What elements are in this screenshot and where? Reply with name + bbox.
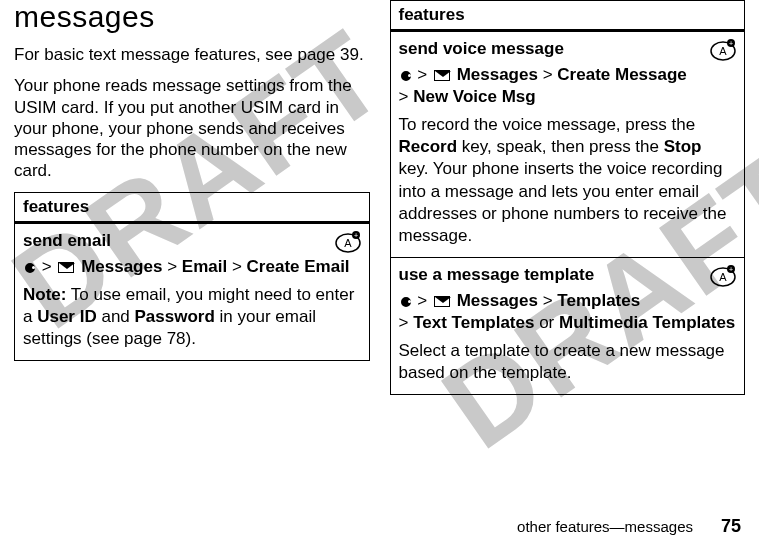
nav-item: Messages: [457, 65, 538, 84]
nav-sep: >: [543, 291, 553, 310]
feature-send-email: A+ send email > Messages > Email > Creat…: [15, 224, 369, 360]
nav-sep: >: [399, 87, 409, 106]
feature-send-voice-message: A+ send voice message > Messages > Creat…: [391, 32, 745, 257]
left-column: messages For basic text message features…: [14, 0, 370, 395]
nav-sep: >: [399, 313, 409, 332]
nav-item: Text Templates: [413, 313, 534, 332]
page-number: 75: [721, 516, 741, 537]
nav-sep: >: [42, 257, 52, 276]
nav-sep: >: [543, 65, 553, 84]
svg-text:+: +: [353, 232, 357, 239]
intro-paragraph: Your phone reads message settings from t…: [14, 75, 370, 181]
feature-title: send voice message: [399, 38, 737, 60]
envelope-icon: [434, 296, 450, 307]
body-bold: Record: [399, 137, 458, 156]
nav-item: Templates: [557, 291, 640, 310]
intro-paragraph: For basic text message features, see pag…: [14, 44, 370, 65]
nav-item: Messages: [81, 257, 162, 276]
svg-text:A: A: [719, 45, 727, 57]
section-title: messages: [14, 0, 370, 34]
body-text: key, speak, then press the: [457, 137, 664, 156]
svg-text:A: A: [344, 237, 352, 249]
page-footer: other features—messages 75: [517, 516, 741, 537]
nav-item: Email: [182, 257, 227, 276]
feature-title: use a message template: [399, 264, 737, 286]
feature-body: To record the voice message, press the R…: [399, 114, 737, 247]
note-bold: User ID: [37, 307, 97, 326]
operator-icon: A+: [708, 264, 738, 288]
nav-item: Multimedia Templates: [559, 313, 735, 332]
nav-or: or: [534, 313, 559, 332]
features-header: features: [15, 193, 369, 224]
note-text: Note: To use email, you might need to en…: [23, 284, 361, 350]
nav-item: New Voice Msg: [413, 87, 536, 106]
note-bold: Password: [135, 307, 215, 326]
body-bold: Stop: [664, 137, 702, 156]
envelope-icon: [434, 70, 450, 81]
feature-title: send email: [23, 230, 361, 252]
features-header: features: [391, 1, 745, 32]
svg-text:+: +: [729, 40, 733, 47]
nav-sep: >: [417, 65, 427, 84]
nav-sep: >: [232, 257, 242, 276]
features-table: features A+ send email > Messages > Emai…: [14, 192, 370, 361]
note-text: and: [97, 307, 135, 326]
menu-key-icon: [25, 263, 35, 273]
feature-message-template: A+ use a message template > Messages > T…: [391, 257, 745, 394]
nav-item: Messages: [457, 291, 538, 310]
operator-icon: A+: [708, 38, 738, 62]
envelope-icon: [58, 262, 74, 273]
menu-key-icon: [401, 297, 411, 307]
nav-sep: >: [167, 257, 177, 276]
nav-path: > Messages > Create Message > New Voice …: [399, 64, 737, 108]
nav-item: Create Message: [557, 65, 686, 84]
footer-section: other features—messages: [517, 518, 693, 535]
nav-sep: >: [417, 291, 427, 310]
right-column: features A+ send voice message > Message…: [390, 0, 746, 395]
note-label: Note:: [23, 285, 66, 304]
nav-item: Create Email: [247, 257, 350, 276]
menu-key-icon: [401, 71, 411, 81]
nav-path: > Messages > Templates > Text Templates …: [399, 290, 737, 334]
nav-path: > Messages > Email > Create Email: [23, 256, 361, 278]
operator-icon: A+: [333, 230, 363, 254]
svg-text:A: A: [719, 271, 727, 283]
features-table: features A+ send voice message > Message…: [390, 0, 746, 395]
page-content: messages For basic text message features…: [0, 0, 759, 395]
body-text: To record the voice message, press the: [399, 115, 696, 134]
body-text: key. Your phone inserts the voice record…: [399, 159, 727, 244]
svg-text:+: +: [729, 266, 733, 273]
feature-body: Select a template to create a new messag…: [399, 340, 737, 384]
